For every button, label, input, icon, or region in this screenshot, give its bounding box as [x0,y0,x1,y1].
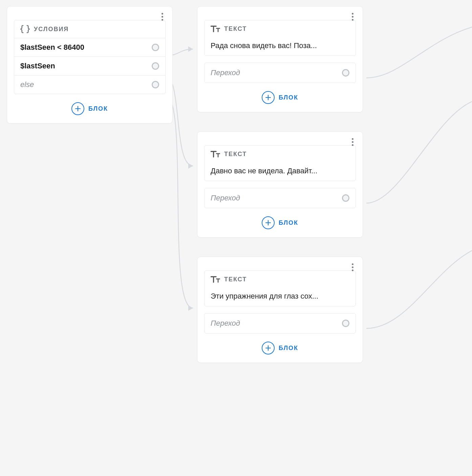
plus-icon [262,342,275,354]
plus-icon [262,216,275,229]
add-block-label: БЛОК [88,105,108,112]
text-body: Давно вас не видела. Давайт... [205,163,356,181]
text-block: ТЕКСТ Давно вас не видела. Давайт... [204,145,356,181]
transition-row[interactable]: Переход [204,63,356,83]
condition-row[interactable]: else [14,75,165,94]
conditions-block: УСЛОВИЯ $lastSeen < 86400 $lastSeen else [14,20,166,94]
text-block-label: ТЕКСТ [224,276,247,283]
kebab-menu-icon[interactable] [157,12,167,21]
output-port-icon[interactable] [152,62,159,70]
condition-text: else [20,80,34,89]
condition-text: $lastSeen < 86400 [20,43,84,52]
text-body: Эти упражнения для глаз сох... [205,288,356,306]
add-block-label: БЛОК [279,345,298,352]
text-block: ТЕКСТ Эти упражнения для глаз сох... [204,271,356,306]
text-block: ТЕКСТ Рада снова видеть вас! Поза... [204,20,356,56]
text-block-label: ТЕКСТ [224,151,247,158]
add-block-button[interactable]: БЛОК [14,102,166,115]
text-icon [211,150,220,158]
add-block-button[interactable]: БЛОК [204,91,356,104]
transition-label: Переход [211,194,240,202]
svg-marker-2 [188,305,193,311]
kebab-menu-icon[interactable] [348,12,357,21]
condition-row[interactable]: $lastSeen < 86400 [14,38,165,57]
conditions-label: УСЛОВИЯ [34,26,69,33]
conditions-card[interactable]: УСЛОВИЯ $lastSeen < 86400 $lastSeen else… [7,6,173,124]
add-block-label: БЛОК [279,94,298,101]
output-port-icon[interactable] [342,320,349,327]
transition-row[interactable]: Переход [204,188,356,208]
output-port-icon[interactable] [342,69,349,77]
output-port-icon[interactable] [152,81,159,88]
kebab-menu-icon[interactable] [348,262,357,272]
plus-icon [262,91,275,104]
braces-icon [20,25,30,33]
add-block-label: БЛОК [279,219,298,226]
text-card[interactable]: ТЕКСТ Давно вас не видела. Давайт... Пер… [197,131,363,238]
text-card[interactable]: ТЕКСТ Эти упражнения для глаз сох... Пер… [197,257,363,363]
add-block-button[interactable]: БЛОК [204,216,356,229]
text-icon [211,25,220,33]
text-icon [211,276,220,283]
svg-marker-1 [188,163,193,169]
condition-row[interactable]: $lastSeen [14,57,165,75]
transition-label: Переход [211,319,240,328]
plus-icon [71,102,84,115]
text-body: Рада снова видеть вас! Поза... [205,37,356,56]
output-port-icon[interactable] [152,44,159,51]
condition-text: $lastSeen [20,62,55,70]
svg-marker-0 [188,46,193,52]
output-port-icon[interactable] [342,194,349,202]
transition-label: Переход [211,68,240,77]
add-block-button[interactable]: БЛОК [204,342,356,354]
text-block-label: ТЕКСТ [224,25,247,33]
text-card[interactable]: ТЕКСТ Рада снова видеть вас! Поза... Пер… [197,6,363,112]
kebab-menu-icon[interactable] [348,137,357,147]
transition-row[interactable]: Переход [204,313,356,333]
